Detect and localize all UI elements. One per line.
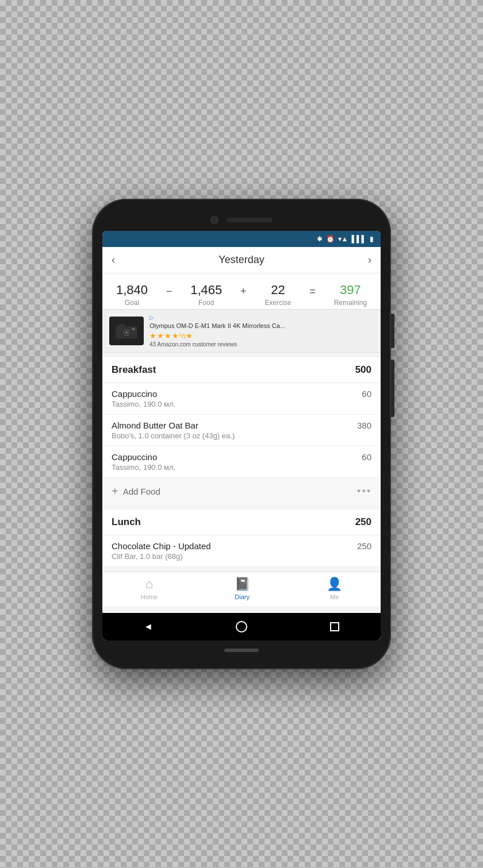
breakfast-item-3-name: Cappuccino [112, 452, 355, 462]
add-food-left: + Add Food [112, 485, 160, 498]
breakfast-item-1-name: Cappuccino [112, 389, 355, 399]
breakfast-add-food-row[interactable]: + Add Food ••• [102, 478, 381, 505]
breakfast-item-3-detail: Tassimo, 190.0 мл. [112, 463, 355, 472]
remaining-summary: 397 Remaining [334, 283, 367, 307]
me-label: Me [330, 593, 339, 600]
add-food-label: Add Food [123, 487, 160, 496]
ad-image [109, 317, 144, 345]
signal-icon: ▌▌▌ [351, 235, 366, 243]
add-food-plus-icon: + [112, 485, 118, 498]
breakfast-item-3-info: Cappuccino Tassimo, 190.0 мл. [112, 452, 355, 472]
food-summary: 1,465 Food [190, 283, 222, 307]
back-button[interactable]: ◄ [144, 622, 153, 632]
star-4: ★ [172, 331, 179, 340]
alarm-icon: ⏰ [326, 235, 335, 243]
remaining-label: Remaining [334, 299, 367, 307]
minus-operator: − [166, 286, 172, 298]
lunch-item-1[interactable]: Chocolate Chip - Updated Clif Bar, 1.0 b… [102, 535, 381, 567]
ad-reviews: 43 Amazon.com customer reviews [150, 341, 374, 348]
breakfast-item-2-info: Almond Butter Oat Bar Bobo's, 1.0 contai… [112, 421, 350, 440]
ad-banner[interactable]: ▷ Olympus OM-D E-M1 Mark II 4K Mirrorles… [102, 309, 381, 353]
battery-icon: ▮ [370, 235, 374, 243]
home-icon: ⌂ [145, 577, 153, 592]
breakfast-item-2-detail: Bobo's, 1.0 container (3 oz (43g) ea.) [112, 431, 350, 440]
star-1: ★ [150, 331, 156, 340]
breakfast-item-1-detail: Tassimo, 190.0 мл. [112, 400, 355, 408]
breakfast-item-2-name: Almond Butter Oat Bar [112, 421, 350, 430]
more-options-icon[interactable]: ••• [357, 485, 371, 497]
status-bar: ✱ ⏰ ▾▲ ▌▌▌ ▮ [102, 231, 381, 247]
breakfast-header: Breakfast 500 [102, 357, 381, 383]
exercise-summary: 22 Exercise [264, 283, 291, 307]
lunch-header: Lunch 250 [102, 510, 381, 535]
home-label: Home [141, 593, 158, 600]
side-button-2 [391, 360, 394, 417]
side-button [391, 314, 394, 348]
nav-item-diary[interactable]: 📓 Diary [235, 577, 250, 600]
svg-rect-4 [119, 324, 126, 327]
lunch-calories: 250 [355, 516, 371, 528]
plus-operator: + [240, 286, 247, 298]
current-day-label: Yesterday [218, 254, 264, 266]
nav-item-home[interactable]: ⌂ Home [141, 577, 158, 600]
calorie-summary: 1,840 Goal − 1,465 Food + 22 Exercise = … [102, 273, 381, 309]
ad-title: Olympus OM-D E-M1 Mark II 4K Mirrorless … [150, 322, 374, 330]
exercise-label: Exercise [264, 299, 291, 307]
breakfast-title: Breakfast [112, 364, 156, 376]
star-5-half: ½★ [179, 331, 193, 340]
star-2: ★ [157, 331, 164, 340]
exercise-value: 22 [271, 283, 285, 298]
food-label: Food [198, 299, 214, 307]
ad-content: ▷ Olympus OM-D E-M1 Mark II 4K Mirrorles… [150, 314, 374, 348]
phone-bottom [102, 649, 381, 652]
recents-button[interactable] [330, 622, 339, 631]
breakfast-item-3[interactable]: Cappuccino Tassimo, 190.0 мл. 60 [102, 446, 381, 478]
goal-value: 1,840 [116, 283, 148, 298]
wifi-icon: ▾▲ [338, 235, 348, 243]
breakfast-item-1[interactable]: Cappuccino Tassimo, 190.0 мл. 60 [102, 383, 381, 415]
lunch-title: Lunch [112, 516, 141, 528]
lunch-item-1-info: Chocolate Chip - Updated Clif Bar, 1.0 b… [112, 541, 350, 561]
lunch-item-1-name: Chocolate Chip - Updated [112, 541, 350, 551]
breakfast-calories: 500 [355, 364, 371, 376]
next-day-button[interactable]: › [368, 254, 371, 266]
ad-play-icon: ▷ [150, 314, 374, 321]
breakfast-item-3-calories: 60 [362, 452, 371, 462]
phone-screen: ✱ ⏰ ▾▲ ▌▌▌ ▮ ‹ Yesterday › 1,840 Goal − … [102, 231, 381, 641]
nav-header: ‹ Yesterday › [102, 247, 381, 273]
phone-frame: ✱ ⏰ ▾▲ ▌▌▌ ▮ ‹ Yesterday › 1,840 Goal − … [92, 199, 391, 669]
equals-operator: = [309, 286, 316, 298]
lunch-item-1-detail: Clif Bar, 1.0 bar (68g) [112, 552, 350, 561]
lunch-item-1-calories: 250 [357, 541, 371, 551]
ad-stars: ★ ★ ★ ★ ½★ [150, 331, 374, 340]
speaker [227, 218, 273, 222]
food-value: 1,465 [190, 283, 222, 298]
svg-point-3 [125, 331, 128, 334]
front-camera [210, 216, 218, 224]
lunch-section: Lunch 250 Chocolate Chip - Updated Clif … [102, 510, 381, 567]
breakfast-section: Breakfast 500 Cappuccino Tassimo, 190.0 … [102, 357, 381, 505]
breakfast-item-1-calories: 60 [362, 389, 371, 399]
nav-item-me[interactable]: 👤 Me [327, 577, 342, 600]
diary-label: Diary [235, 593, 250, 600]
diary-icon: 📓 [235, 577, 250, 592]
goal-summary: 1,840 Goal [116, 283, 148, 307]
breakfast-item-2-calories: 380 [357, 421, 371, 430]
home-indicator [224, 649, 259, 652]
prev-day-button[interactable]: ‹ [112, 254, 115, 266]
remaining-value: 397 [340, 283, 361, 298]
star-3: ★ [164, 331, 171, 340]
me-icon: 👤 [327, 577, 342, 592]
android-nav-bar: ◄ [102, 613, 381, 641]
goal-label: Goal [125, 299, 139, 307]
phone-top [102, 216, 381, 224]
breakfast-item-1-info: Cappuccino Tassimo, 190.0 мл. [112, 389, 355, 408]
home-button[interactable] [236, 621, 247, 632]
svg-rect-5 [132, 328, 135, 330]
bluetooth-icon: ✱ [317, 235, 323, 243]
breakfast-item-2[interactable]: Almond Butter Oat Bar Bobo's, 1.0 contai… [102, 415, 381, 446]
bottom-nav: ⌂ Home 📓 Diary 👤 Me [102, 572, 381, 606]
